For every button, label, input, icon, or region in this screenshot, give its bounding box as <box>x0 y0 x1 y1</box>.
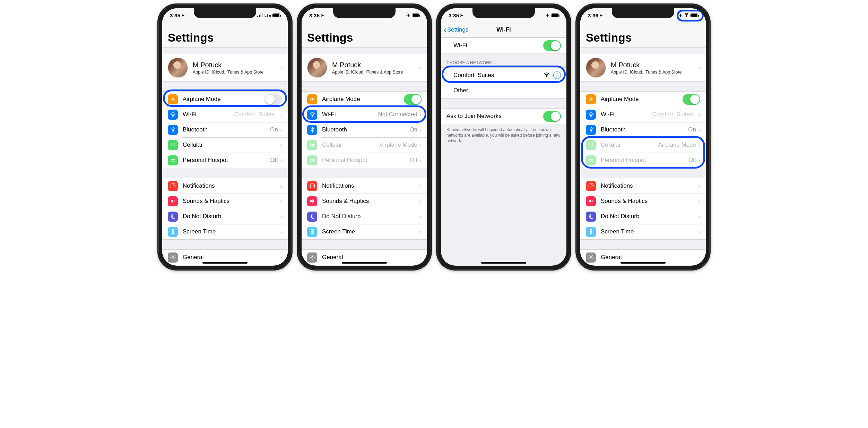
svg-point-15 <box>686 16 687 17</box>
content[interactable]: M Potuck Apple ID, iCloud, iTunes & App … <box>302 54 427 265</box>
content[interactable]: M Potuck Apple ID, iCloud, iTunes & App … <box>162 54 288 265</box>
nav-bar: ‹ Settings Wi-Fi <box>441 22 566 37</box>
screen: 3:36 ➤ ✈ Settings M Potuck Apple ID, iCl… <box>580 8 706 266</box>
home-indicator[interactable] <box>620 262 666 264</box>
ask-join-toggle[interactable] <box>543 111 561 122</box>
wifi-detail: Comfort_Suites_ <box>652 111 696 118</box>
svg-point-16 <box>591 116 591 117</box>
cellular-row[interactable]: Cellular › <box>162 137 288 153</box>
svg-point-9 <box>310 159 312 161</box>
chevron-right-icon: › <box>419 126 422 134</box>
content[interactable]: Wi-Fi CHOOSE A NETWORK… Comfort_Suites_ … <box>441 37 566 147</box>
sounds-row[interactable]: Sounds & Haptics› <box>302 194 427 209</box>
sounds-icon <box>586 196 596 206</box>
airplane-mode-row[interactable]: ✈ Airplane Mode <box>162 92 288 107</box>
info-icon[interactable]: i <box>553 71 561 79</box>
screentime-row[interactable]: Screen Time › <box>162 224 288 239</box>
network-row[interactable]: Comfort_Suites_ i <box>441 68 566 83</box>
back-label: Settings <box>447 26 468 33</box>
airplane-label: Airplane Mode <box>322 96 360 103</box>
bluetooth-icon <box>586 125 596 135</box>
notifications-row[interactable]: Notifications › <box>162 178 288 194</box>
screentime-icon <box>168 227 178 237</box>
screentime-label: Screen Time <box>601 228 634 235</box>
bluetooth-row[interactable]: Bluetooth On › <box>162 122 288 137</box>
screentime-row[interactable]: Screen Time› <box>302 224 427 239</box>
wifi-status-icon <box>684 12 689 18</box>
hotspot-row[interactable]: Personal Hotspot Off › <box>162 153 288 168</box>
bluetooth-detail: On <box>409 126 417 133</box>
airplane-icon: ✈ <box>307 94 317 104</box>
wifi-toggle-row[interactable]: Wi-Fi <box>441 38 566 53</box>
screentime-icon <box>307 227 317 237</box>
home-indicator[interactable] <box>202 262 248 264</box>
airplane-toggle[interactable] <box>683 94 700 105</box>
bluetooth-icon <box>307 125 317 135</box>
general-label: General <box>601 254 622 261</box>
dnd-row[interactable]: Do Not Disturb› <box>302 209 427 224</box>
content[interactable]: M Potuck Apple ID, iCloud, iTunes & App … <box>580 54 706 265</box>
wifi-row[interactable]: Wi-Fi Comfort_Suites_ › <box>580 107 706 122</box>
battery-icon <box>691 14 698 17</box>
clock: 3:35 <box>309 12 320 18</box>
wifi-row[interactable]: Wi-Fi Not Connected › <box>302 107 427 122</box>
hotspot-row[interactable]: Personal Hotspot Off › <box>580 153 706 168</box>
back-button[interactable]: ‹ Settings <box>441 26 468 34</box>
clock: 3:35 <box>170 12 180 18</box>
avatar <box>586 58 606 78</box>
other-network-row[interactable]: Other… <box>441 83 566 98</box>
ask-join-row[interactable]: Ask to Join Networks <box>441 109 566 124</box>
notch <box>472 8 535 18</box>
svg-point-2 <box>171 159 173 161</box>
phone-3: 3:35 ➤ ✈ ‹ Settings Wi-Fi Wi-Fi <box>436 3 571 271</box>
gear-icon <box>586 252 596 263</box>
wifi-icon <box>307 110 317 120</box>
location-arrow-icon: ➤ <box>460 13 463 18</box>
apple-id-row[interactable]: M Potuck Apple ID, iCloud, iTunes & App … <box>162 54 288 81</box>
clock: 3:36 <box>588 12 598 18</box>
airplane-mode-row[interactable]: ✈ Airplane Mode <box>580 92 706 107</box>
gear-icon <box>168 252 178 263</box>
dnd-row[interactable]: Do Not Disturb› <box>580 209 706 224</box>
dnd-row[interactable]: Do Not Disturb › <box>162 209 288 224</box>
network-name: Comfort_Suites_ <box>453 72 497 79</box>
home-indicator[interactable] <box>342 262 387 264</box>
dnd-icon <box>168 212 178 222</box>
sounds-row[interactable]: Sounds & Haptics› <box>580 194 706 209</box>
hotspot-row[interactable]: Personal Hotspot Off › <box>302 153 427 168</box>
bluetooth-detail: On <box>688 126 696 133</box>
apple-id-row[interactable]: M Potuck Apple ID, iCloud, iTunes & App … <box>580 54 706 81</box>
profile-name: M Potuck <box>611 61 682 69</box>
profile-sub: Apple ID, iCloud, iTunes & App Store <box>611 70 682 75</box>
home-indicator[interactable] <box>481 262 526 264</box>
airplane-label: Airplane Mode <box>601 96 639 103</box>
airplane-toggle[interactable] <box>404 94 422 105</box>
chevron-right-icon: › <box>280 64 282 71</box>
screentime-row[interactable]: Screen Time› <box>580 224 706 239</box>
screentime-label: Screen Time <box>322 228 355 235</box>
profile-name: M Potuck <box>193 61 264 69</box>
apple-id-row[interactable]: M Potuck Apple ID, iCloud, iTunes & App … <box>302 54 427 81</box>
cellular-label: Cellular <box>322 142 342 148</box>
wifi-detail: Comfort_Suites_ <box>234 111 278 118</box>
hotspot-label: Personal Hotspot <box>183 157 228 164</box>
cellular-row[interactable]: Cellular Airplane Mode › <box>580 137 706 153</box>
bluetooth-row[interactable]: Bluetooth On › <box>302 122 427 137</box>
bluetooth-row[interactable]: Bluetooth On › <box>580 122 706 137</box>
wifi-toggle[interactable] <box>543 40 561 51</box>
cellular-row[interactable]: Cellular Airplane Mode › <box>302 137 427 153</box>
other-label: Other… <box>453 87 474 94</box>
airplane-label: Airplane Mode <box>183 96 221 103</box>
hotspot-label: Personal Hotspot <box>601 157 646 164</box>
notifications-row[interactable]: Notifications› <box>580 178 706 194</box>
notch <box>194 8 256 18</box>
wifi-row[interactable]: Wi-Fi Comfort_Suites_ › <box>162 107 288 122</box>
sounds-label: Sounds & Haptics <box>601 198 648 205</box>
sounds-row[interactable]: Sounds & Haptics › <box>162 194 288 209</box>
airplane-toggle[interactable] <box>264 94 282 105</box>
cellular-label: Cellular <box>601 142 621 148</box>
cellular-detail: Airplane Mode <box>379 142 417 148</box>
notifications-row[interactable]: Notifications› <box>302 178 427 194</box>
page-title: Settings <box>307 31 422 44</box>
airplane-mode-row[interactable]: ✈ Airplane Mode <box>302 92 427 107</box>
